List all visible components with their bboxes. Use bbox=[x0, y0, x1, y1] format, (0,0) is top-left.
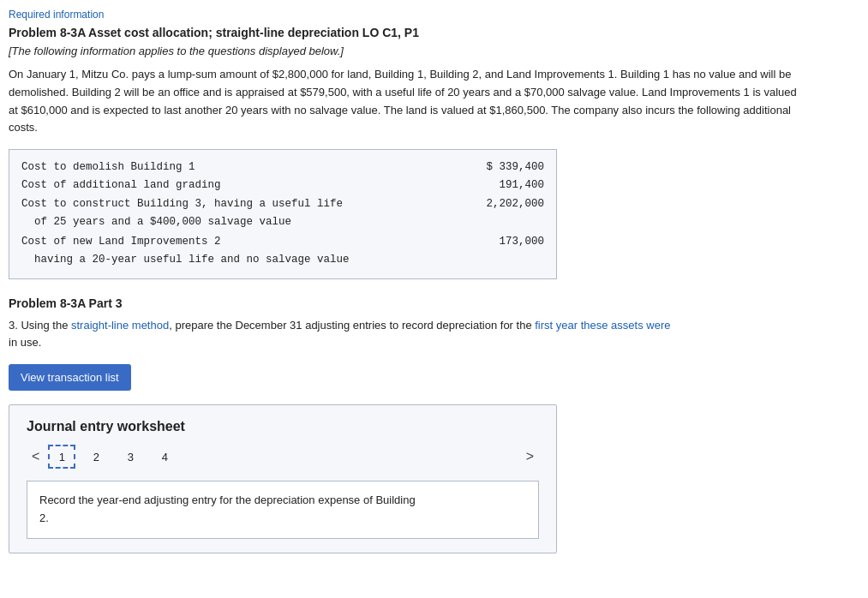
cost-value-2: 191,400 bbox=[458, 176, 544, 194]
problem-subtitle: [The following information applies to th… bbox=[9, 45, 805, 57]
tab-next-button[interactable]: > bbox=[521, 447, 539, 466]
part-title: Problem 8-3A Part 3 bbox=[9, 296, 805, 310]
cost-label-2: Cost of additional land grading bbox=[21, 176, 458, 194]
instruction-text-2: , prepare the December 31 adjusting entr… bbox=[169, 319, 535, 332]
cost-label-1: Cost to demolish Building 1 bbox=[21, 158, 458, 176]
problem-body: On January 1, Mitzu Co. pays a lump-sum … bbox=[9, 66, 805, 137]
part-instruction: 3. Using the straight-line method, prepa… bbox=[9, 317, 805, 353]
tab-prev-button[interactable]: < bbox=[27, 447, 45, 466]
journal-title: Journal entry worksheet bbox=[27, 419, 539, 434]
table-row: Cost to construct Building 3, having a u… bbox=[21, 195, 544, 232]
tab-1[interactable]: 1 bbox=[48, 445, 75, 469]
instruction-text-3: in use. bbox=[9, 336, 41, 349]
tab-4[interactable]: 4 bbox=[151, 445, 178, 469]
journal-entry-section: Journal entry worksheet < 1 2 3 4 > Reco… bbox=[9, 404, 557, 553]
instruction-blue-1: straight-line method bbox=[71, 319, 169, 332]
record-instruction-text: Record the year-end adjusting entry for … bbox=[39, 493, 416, 524]
record-instruction-box: Record the year-end adjusting entry for … bbox=[27, 481, 539, 539]
problem-title: Problem 8-3A Asset cost allocation; stra… bbox=[9, 26, 805, 39]
cost-label-4: Cost of new Land Improvements 2 having a… bbox=[21, 233, 458, 270]
instruction-blue-2: first year these assets were bbox=[535, 319, 670, 332]
tab-2[interactable]: 2 bbox=[82, 445, 110, 469]
tab-3[interactable]: 3 bbox=[117, 445, 144, 469]
required-info-label: Required information bbox=[9, 9, 805, 21]
instruction-text-1: 3. Using the bbox=[9, 319, 71, 332]
table-row: Cost to demolish Building 1 $ 339,400 bbox=[21, 158, 544, 176]
table-row: Cost of new Land Improvements 2 having a… bbox=[21, 233, 544, 270]
cost-value-4: 173,000 bbox=[458, 233, 544, 270]
cost-value-1: $ 339,400 bbox=[458, 158, 544, 176]
cost-value-3: 2,202,000 bbox=[458, 195, 544, 232]
tab-navigation: < 1 2 3 4 > bbox=[27, 445, 539, 469]
view-transaction-button[interactable]: View transaction list bbox=[9, 364, 131, 391]
cost-table: Cost to demolish Building 1 $ 339,400 Co… bbox=[9, 149, 557, 279]
cost-label-3: Cost to construct Building 3, having a u… bbox=[21, 195, 458, 232]
table-row: Cost of additional land grading 191,400 bbox=[21, 176, 544, 194]
